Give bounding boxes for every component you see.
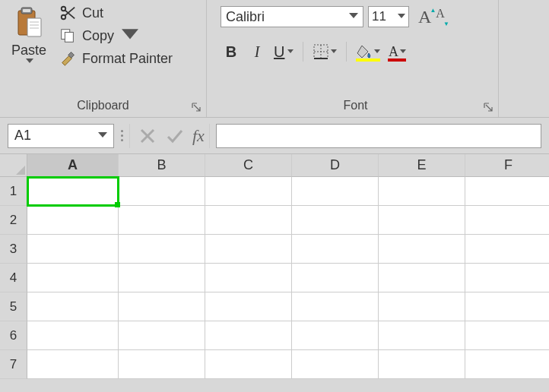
svg-marker-23 — [331, 49, 337, 53]
cell[interactable] — [205, 206, 292, 235]
enter-formula-button[interactable] — [165, 126, 185, 146]
cell[interactable] — [379, 206, 465, 235]
row-header[interactable]: 7 — [0, 350, 27, 379]
underline-button[interactable]: U — [272, 41, 295, 62]
cell[interactable] — [27, 321, 119, 350]
cell[interactable] — [292, 292, 379, 321]
copy-button[interactable]: Copy — [59, 27, 173, 44]
chevron-down-icon — [349, 13, 358, 21]
insert-function-button[interactable]: fx — [192, 126, 205, 146]
cell[interactable] — [27, 264, 119, 292]
cell[interactable] — [465, 206, 549, 235]
format-painter-button[interactable]: Format Painter — [59, 50, 173, 67]
svg-rect-2 — [23, 9, 30, 12]
cell[interactable] — [465, 321, 549, 350]
borders-icon — [313, 43, 329, 60]
font-color-button[interactable]: A — [386, 41, 408, 62]
svg-marker-41 — [16, 166, 25, 175]
group-clipboard: Paste Cut — [0, 0, 207, 117]
cell[interactable] — [205, 321, 292, 350]
cell[interactable] — [27, 206, 119, 235]
italic-button[interactable]: I — [246, 41, 268, 62]
cell[interactable] — [379, 350, 465, 379]
cell[interactable] — [292, 321, 379, 350]
cell[interactable] — [205, 292, 292, 321]
cell[interactable] — [205, 177, 292, 206]
column-header[interactable]: A — [27, 154, 119, 177]
cut-label: Cut — [82, 5, 103, 21]
decrease-font-size-button[interactable]: A▼ — [436, 7, 445, 27]
cell[interactable] — [119, 206, 205, 235]
cell[interactable] — [27, 350, 119, 379]
clipboard-dialog-launcher[interactable] — [191, 102, 202, 112]
row-header[interactable]: 5 — [0, 292, 27, 321]
font-color-swatch — [388, 58, 406, 62]
row-header[interactable]: 4 — [0, 264, 27, 292]
formula-input[interactable] — [216, 124, 541, 148]
name-box-value: A1 — [14, 128, 31, 144]
column-header[interactable]: B — [119, 154, 205, 177]
bold-button[interactable]: B — [221, 41, 242, 62]
formula-bar-splitter[interactable] — [120, 130, 123, 141]
cell[interactable] — [119, 350, 205, 379]
paste-dropdown-icon[interactable] — [26, 58, 33, 65]
cell[interactable] — [119, 235, 205, 264]
svg-marker-38 — [98, 132, 107, 138]
cell-A1[interactable] — [27, 177, 119, 206]
svg-rect-13 — [65, 32, 73, 42]
scissors-icon — [59, 5, 76, 21]
cell[interactable] — [379, 235, 465, 264]
chevron-down-icon — [400, 49, 406, 54]
fill-color-swatch — [356, 58, 380, 62]
font-size-combo[interactable]: 11 — [368, 6, 409, 27]
svg-marker-14 — [122, 29, 138, 39]
row-header[interactable]: 6 — [0, 321, 27, 350]
cell[interactable] — [465, 235, 549, 264]
font-name-combo[interactable]: Calibri — [221, 6, 363, 27]
cell[interactable] — [465, 292, 549, 321]
chevron-down-icon — [98, 132, 107, 140]
select-all-corner[interactable] — [0, 154, 27, 177]
cell[interactable] — [292, 235, 379, 264]
cell[interactable] — [379, 321, 465, 350]
cell[interactable] — [205, 350, 292, 379]
fill-color-button[interactable] — [354, 41, 382, 62]
row-header[interactable]: 2 — [0, 206, 27, 235]
cell[interactable] — [465, 264, 549, 292]
paste-button[interactable]: Paste — [6, 5, 52, 94]
increase-font-size-button[interactable]: A▲ — [418, 7, 431, 27]
font-name-value: Calibri — [226, 9, 265, 25]
cell[interactable] — [292, 350, 379, 379]
borders-button[interactable] — [311, 41, 338, 62]
chevron-down-icon — [331, 49, 337, 54]
cell[interactable] — [465, 177, 549, 206]
column-header[interactable]: C — [205, 154, 292, 177]
svg-marker-18 — [287, 49, 294, 53]
cell[interactable] — [119, 177, 205, 206]
cancel-formula-button[interactable] — [138, 126, 157, 146]
cell[interactable] — [292, 264, 379, 292]
cell[interactable] — [379, 292, 465, 321]
font-dialog-launcher[interactable] — [483, 102, 493, 112]
cell[interactable] — [27, 292, 119, 321]
svg-rect-3 — [27, 18, 41, 36]
cell[interactable] — [465, 350, 549, 379]
cell[interactable] — [292, 177, 379, 206]
row-header[interactable]: 1 — [0, 177, 27, 206]
cut-button[interactable]: Cut — [59, 5, 173, 21]
column-header[interactable]: D — [292, 154, 379, 177]
cell[interactable] — [205, 235, 292, 264]
column-header[interactable]: E — [379, 154, 465, 177]
cell[interactable] — [119, 321, 205, 350]
cell[interactable] — [205, 264, 292, 292]
cell[interactable] — [292, 206, 379, 235]
column-header[interactable]: F — [465, 154, 549, 177]
cell[interactable] — [27, 235, 119, 264]
row-header[interactable]: 3 — [0, 235, 27, 264]
name-box[interactable]: A1 — [8, 124, 114, 148]
copy-dropdown-icon[interactable] — [122, 27, 138, 44]
cell[interactable] — [119, 292, 205, 321]
cell[interactable] — [379, 177, 465, 206]
cell[interactable] — [379, 264, 465, 292]
cell[interactable] — [119, 264, 205, 292]
